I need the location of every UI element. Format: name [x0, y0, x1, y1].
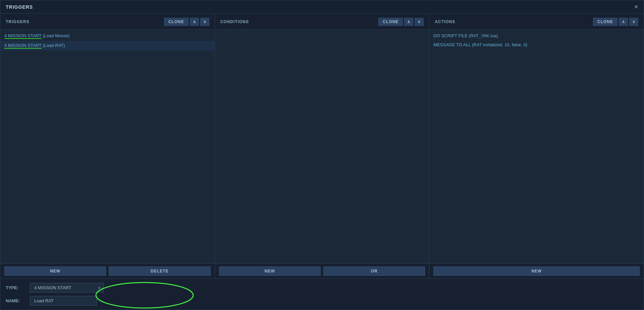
title-bar: TRIGGERS ✕ — [0, 0, 644, 14]
conditions-header-controls: CLONE ∧ ∨ — [378, 18, 424, 26]
conditions-arrow-down-button[interactable]: ∨ — [415, 18, 424, 26]
bottom-section: TYPE: 4 MISSION START MISSION START UNIT… — [0, 278, 644, 310]
conditions-clone-button[interactable]: CLONE — [378, 18, 403, 26]
conditions-panel: CONDITIONS CLONE ∧ ∨ NEW OR — [215, 14, 430, 278]
type-label: TYPE: — [6, 285, 26, 290]
triggers-panel-title: TRIGGERS — [6, 19, 30, 24]
triggers-arrow-up-button[interactable]: ∧ — [190, 18, 199, 26]
action-item-2-text: MESSAGE TO ALL (RAT inztialized, 10, fal… — [433, 42, 527, 47]
actions-panel-title: ACTIONS — [435, 19, 455, 24]
actions-panel: ACTIONS CLONE ∧ ∨ DO SCRIPT FILE (RAT_YA… — [429, 14, 644, 278]
conditions-new-button[interactable]: NEW — [219, 266, 321, 276]
name-input[interactable] — [30, 296, 97, 306]
close-button[interactable]: ✕ — [634, 4, 638, 10]
conditions-footer: NEW OR — [215, 263, 429, 278]
triggers-header-controls: CLONE ∧ ∨ — [164, 18, 209, 26]
triggers-panel-header: TRIGGERS CLONE ∧ ∨ — [0, 14, 215, 30]
actions-arrow-up-button[interactable]: ∧ — [619, 18, 628, 26]
name-row: NAME: — [6, 296, 638, 306]
conditions-or-button[interactable]: OR — [323, 266, 425, 276]
action-item-1-text: DO SCRIPT FILE (RAT_YAK.lua) — [433, 33, 498, 38]
triggers-arrow-down-button[interactable]: ∨ — [200, 18, 209, 26]
type-row: TYPE: 4 MISSION START MISSION START UNIT… — [6, 283, 638, 293]
actions-footer: NEW — [429, 263, 644, 278]
trigger-item-2[interactable]: 4 MISSION START (Load RAT) — [0, 41, 215, 51]
type-select-wrapper: 4 MISSION START MISSION START UNIT DEAD … — [30, 283, 104, 293]
trigger-item-2-underline: 4 MISSION START — [4, 43, 42, 49]
action-item-2[interactable]: MESSAGE TO ALL (RAT inztialized, 10, fal… — [429, 40, 644, 49]
bottom-bar: TYPE: 4 MISSION START MISSION START UNIT… — [0, 278, 644, 310]
actions-clone-button[interactable]: CLONE — [593, 18, 618, 26]
type-select[interactable]: 4 MISSION START MISSION START UNIT DEAD … — [30, 283, 104, 293]
conditions-list — [215, 30, 429, 263]
actions-panel-header: ACTIONS CLONE ∧ ∨ — [429, 14, 644, 30]
triggers-new-button[interactable]: NEW — [4, 266, 106, 276]
trigger-item-1-underline: 4 MISSION START — [4, 33, 42, 39]
actions-list: DO SCRIPT FILE (RAT_YAK.lua) MESSAGE TO … — [429, 30, 644, 263]
main-content: TRIGGERS CLONE ∧ ∨ 4 MISSION START (Load… — [0, 14, 644, 310]
triggers-clone-button[interactable]: CLONE — [164, 18, 189, 26]
panels-row: TRIGGERS CLONE ∧ ∨ 4 MISSION START (Load… — [0, 14, 644, 278]
action-item-1[interactable]: DO SCRIPT FILE (RAT_YAK.lua) — [429, 31, 644, 40]
actions-arrow-down-button[interactable]: ∨ — [629, 18, 638, 26]
window-title: TRIGGERS — [6, 4, 33, 10]
triggers-window: TRIGGERS ✕ TRIGGERS CLONE ∧ ∨ 4 MISS — [0, 0, 644, 310]
conditions-arrow-up-button[interactable]: ∧ — [404, 18, 413, 26]
triggers-list: 4 MISSION START (Load Moose) 4 MISSION S… — [0, 30, 215, 263]
triggers-delete-button[interactable]: DELETE — [109, 266, 210, 276]
triggers-panel: TRIGGERS CLONE ∧ ∨ 4 MISSION START (Load… — [0, 14, 215, 278]
trigger-item-2-text: 4 MISSION START (Load RAT) — [4, 43, 65, 48]
triggers-footer: NEW DELETE — [0, 263, 215, 278]
trigger-item-1-text: 4 MISSION START (Load Moose) — [4, 33, 70, 38]
actions-header-controls: CLONE ∧ ∨ — [593, 18, 638, 26]
actions-new-button[interactable]: NEW — [433, 266, 640, 276]
trigger-item-1[interactable]: 4 MISSION START (Load Moose) — [0, 31, 215, 41]
conditions-panel-title: CONDITIONS — [220, 19, 249, 24]
name-label: NAME: — [6, 298, 26, 303]
conditions-panel-header: CONDITIONS CLONE ∧ ∨ — [215, 14, 429, 30]
